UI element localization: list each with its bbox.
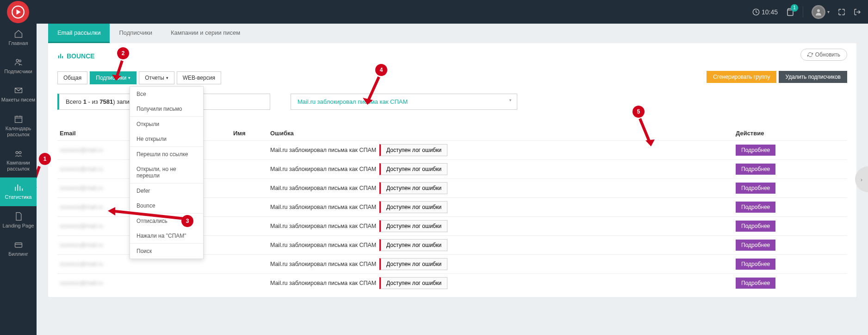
log-button[interactable]: Доступен лог ошибки (379, 144, 447, 156)
details-button[interactable]: Подробнее (736, 259, 775, 270)
sidebar-item-campaigns[interactable]: Кампании рассылок (0, 143, 37, 177)
log-button[interactable]: Доступен лог ошибки (379, 258, 447, 270)
arrow-2 (111, 58, 129, 82)
bounce-card: BOUNCE Обновить Общая Подписчики ▾ Отчет… (48, 43, 856, 297)
sidebar-item-statistics[interactable]: Статистика (0, 177, 37, 206)
refresh-label: Обновить (815, 51, 840, 58)
pill-web[interactable]: WEB-версия (177, 71, 221, 84)
chevron-right-icon: › (861, 176, 862, 183)
dd-all[interactable]: Все (130, 87, 203, 101)
filter-select[interactable]: Mail.ru заблокировал письма как СПАМ (291, 94, 517, 110)
header-avatar[interactable]: ▾ (812, 5, 830, 19)
error-text: Mail.ru заблокировал письма как СПАМ (270, 185, 376, 191)
dd-opened-no-click[interactable]: Открыли, но не перешли (130, 162, 203, 183)
slide-handle[interactable]: › (855, 166, 868, 192)
sidebar-label: Подписчики (4, 69, 32, 75)
delete-subscribers-button[interactable]: Удалить подписчиков (779, 71, 847, 83)
svg-point-3 (16, 59, 19, 62)
sidebar-item-calendar[interactable]: Календарь рассылок (0, 109, 37, 143)
sidebar-item-landing[interactable]: Landing Page (0, 206, 37, 234)
generate-group-button[interactable]: Сгенерировать группу (707, 71, 776, 83)
arrow-4 (363, 75, 386, 107)
avatar-icon (812, 5, 825, 19)
tab-email-campaigns[interactable]: Email рассылки (48, 24, 110, 43)
sidebar-item-templates[interactable]: Макеты писем (0, 80, 37, 108)
sidebar-item-billing[interactable]: Биллинг (0, 234, 37, 263)
app-logo[interactable] (7, 1, 29, 23)
details-button[interactable]: Подробнее (736, 240, 775, 251)
tab-subscribers[interactable]: Подписчики (110, 24, 161, 43)
cell-error: Mail.ru заблокировал письма как СПАМ Дос… (270, 258, 474, 270)
error-text: Mail.ru заблокировал письма как СПАМ (270, 261, 376, 267)
cell-error: Mail.ru заблокировал письма как СПАМ Дос… (270, 201, 474, 213)
dd-spam[interactable]: Нажали на "СПАМ" (130, 228, 203, 243)
cell-error: Mail.ru заблокировал письма как СПАМ Дос… (270, 220, 474, 232)
log-button[interactable]: Доступен лог ошибки (379, 220, 447, 232)
th-action: Действие (474, 130, 847, 137)
dd-opened[interactable]: Открыли (130, 116, 203, 132)
dd-clicked[interactable]: Перешли по ссылке (130, 146, 203, 162)
cell-action: Подробнее (474, 202, 847, 213)
header-logout[interactable] (854, 8, 861, 16)
log-button[interactable]: Доступен лог ошибки (379, 201, 447, 213)
error-text: Mail.ru заблокировал письма как СПАМ (270, 147, 376, 153)
dd-received[interactable]: Получили письмо (130, 101, 203, 116)
svg-point-7 (19, 152, 21, 154)
details-button[interactable]: Подробнее (736, 202, 775, 213)
cell-action: Подробнее (474, 278, 847, 289)
sidebar-item-home[interactable]: Главная (0, 24, 37, 52)
main-content: Email рассылки Подписчики Кампании и сер… (37, 24, 868, 335)
cell-error: Mail.ru заблокировал письма как СПАМ Дос… (270, 182, 474, 194)
expand-icon (838, 8, 845, 16)
details-button[interactable]: Подробнее (736, 221, 775, 232)
header-cart[interactable]: 1 (786, 8, 794, 16)
tab-campaigns-series[interactable]: Кампании и серии писем (161, 24, 249, 43)
page-icon (14, 212, 23, 221)
count-prefix: Всего (66, 98, 83, 105)
home-icon (14, 29, 23, 38)
refresh-button[interactable]: Обновить (800, 49, 847, 61)
count-total: 7581 (99, 98, 113, 105)
svg-rect-8 (15, 243, 22, 247)
arrow-3 (106, 207, 189, 226)
arrow-1 (37, 164, 51, 192)
dd-defer[interactable]: Defer (130, 183, 203, 198)
details-button[interactable]: Подробнее (736, 278, 775, 289)
count-bold: 1 (83, 98, 87, 105)
cell-email: xxxxxxx@mail.ru (57, 261, 233, 267)
marker-3: 3 (181, 215, 193, 227)
sidebar-label: Календарь рассылок (1, 126, 36, 138)
pill-general[interactable]: Общая (57, 71, 87, 84)
log-button[interactable]: Доступен лог ошибки (379, 182, 447, 194)
header-expand[interactable] (838, 8, 845, 16)
calendar-icon (14, 114, 23, 124)
cart-badge: 1 (791, 4, 798, 12)
sidebar-item-subscribers[interactable]: Подписчики (0, 52, 37, 80)
header-time: 10:45 (752, 8, 778, 16)
sidebar-label: Landing Page (3, 223, 34, 229)
svg-point-4 (19, 60, 21, 62)
pill-reports[interactable]: Отчеты ▾ (139, 71, 174, 84)
cell-action: Подробнее (474, 221, 847, 232)
dd-search[interactable]: Поиск (130, 243, 203, 259)
stats-icon (14, 183, 23, 192)
campaigns-icon (14, 149, 23, 158)
log-button[interactable]: Доступен лог ошибки (379, 163, 447, 175)
filter-selected-label: Mail.ru заблокировал письма как СПАМ (298, 98, 408, 105)
log-button[interactable]: Доступен лог ошибки (379, 239, 447, 251)
dd-not-opened[interactable]: Не открыли (130, 132, 203, 146)
marker-2: 2 (117, 47, 129, 59)
th-error: Ошибка (270, 130, 474, 137)
details-button[interactable]: Подробнее (736, 145, 775, 156)
error-text: Mail.ru заблокировал письма как СПАМ (270, 166, 376, 172)
cell-error: Mail.ru заблокировал письма как СПАМ Дос… (270, 239, 474, 251)
details-button[interactable]: Подробнее (736, 183, 775, 194)
error-text: Mail.ru заблокировал письма как СПАМ (270, 280, 376, 286)
top-header: 10:45 1 ▾ (0, 0, 868, 24)
log-button[interactable]: Доступен лог ошибки (379, 277, 447, 289)
sidebar-label: Макеты писем (1, 97, 35, 103)
svg-rect-5 (15, 116, 22, 122)
details-button[interactable]: Подробнее (736, 164, 775, 175)
svg-point-2 (817, 9, 820, 12)
header-divider (803, 6, 803, 18)
